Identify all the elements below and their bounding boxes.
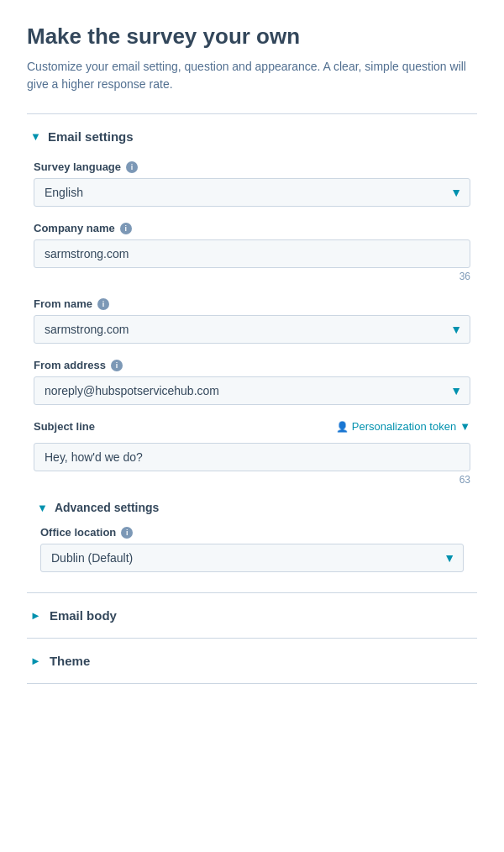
theme-section-item[interactable]: ► Theme	[27, 639, 477, 684]
company-name-group: Company name i 36	[34, 222, 470, 282]
from-name-label: From name	[34, 297, 92, 310]
from-address-label: From address	[34, 359, 106, 371]
advanced-settings-section: ▼ Advanced settings Office location i Du…	[34, 501, 470, 572]
personalization-token-icon: 👤	[336, 421, 349, 433]
theme-chevron-icon: ►	[30, 655, 41, 667]
advanced-settings-fields: Office location i Dublin (Default) ▼	[34, 526, 470, 572]
survey-language-select[interactable]: English French German Spanish	[34, 178, 470, 207]
office-location-group: Office location i Dublin (Default) ▼	[40, 526, 464, 572]
bottom-sections: ► Email body ► Theme	[27, 592, 477, 684]
personalization-token-button[interactable]: 👤 Personalization token ▼	[336, 420, 470, 433]
from-address-info-icon[interactable]: i	[111, 360, 123, 371]
subject-line-group: Subject line 👤 Personalization token ▼ 6…	[34, 420, 470, 486]
from-name-info-icon[interactable]: i	[97, 298, 109, 310]
company-name-label: Company name	[34, 222, 115, 234]
subject-line-char-count: 63	[34, 474, 470, 486]
subject-line-input[interactable]	[34, 443, 470, 471]
office-location-select-wrapper: Dublin (Default) ▼	[40, 544, 464, 572]
survey-language-label-row: Survey language i	[34, 160, 470, 173]
email-settings-label: Email settings	[48, 129, 134, 144]
office-location-label: Office location	[40, 526, 116, 539]
email-settings-chevron-icon: ▼	[30, 130, 41, 143]
office-location-info-icon[interactable]: i	[121, 527, 133, 539]
advanced-settings-label: Advanced settings	[55, 501, 159, 514]
survey-language-select-wrapper: English French German Spanish ▼	[34, 178, 470, 207]
advanced-settings-header[interactable]: ▼ Advanced settings	[34, 501, 470, 514]
email-settings-fields: Survey language i English French German …	[27, 160, 477, 572]
email-settings-header[interactable]: ▼ Email settings	[27, 129, 477, 144]
from-name-label-row: From name i	[34, 297, 470, 310]
office-location-select[interactable]: Dublin (Default)	[40, 544, 464, 572]
personalization-token-arrow-icon: ▼	[459, 420, 470, 433]
from-address-group: From address i noreply@hubspotservicehub…	[34, 359, 470, 405]
page-subtitle: Customize your email setting, question a…	[27, 58, 477, 93]
survey-language-group: Survey language i English French German …	[34, 160, 470, 207]
subject-line-label-row: Subject line	[34, 420, 95, 433]
email-body-chevron-icon: ►	[30, 609, 41, 622]
company-name-char-count: 36	[34, 271, 470, 282]
email-body-label: Email body	[50, 608, 117, 623]
subject-line-header-row: Subject line 👤 Personalization token ▼	[34, 420, 470, 433]
personalization-token-label: Personalization token	[352, 420, 456, 433]
page-wrapper: Make the survey your own Customize your …	[0, 0, 504, 711]
from-name-select[interactable]: sarmstrong.com	[34, 315, 470, 344]
office-location-label-row: Office location i	[40, 526, 464, 539]
page-title: Make the survey your own	[27, 24, 477, 50]
theme-label: Theme	[50, 654, 90, 668]
email-body-section-item[interactable]: ► Email body	[27, 593, 477, 639]
survey-language-label: Survey language	[34, 160, 121, 173]
company-name-info-icon[interactable]: i	[120, 223, 132, 234]
from-address-label-row: From address i	[34, 359, 470, 371]
subject-line-label: Subject line	[34, 420, 95, 433]
email-settings-section: ▼ Email settings Survey language i Engli…	[27, 114, 477, 572]
from-name-select-wrapper: sarmstrong.com ▼	[34, 315, 470, 344]
from-address-select-wrapper: noreply@hubspotservicehub.com ▼	[34, 376, 470, 405]
from-name-group: From name i sarmstrong.com ▼	[34, 297, 470, 344]
survey-language-info-icon[interactable]: i	[126, 161, 138, 173]
company-name-input[interactable]	[34, 239, 470, 268]
from-address-select[interactable]: noreply@hubspotservicehub.com	[34, 376, 470, 405]
advanced-settings-chevron-icon: ▼	[37, 502, 48, 514]
company-name-label-row: Company name i	[34, 222, 470, 234]
